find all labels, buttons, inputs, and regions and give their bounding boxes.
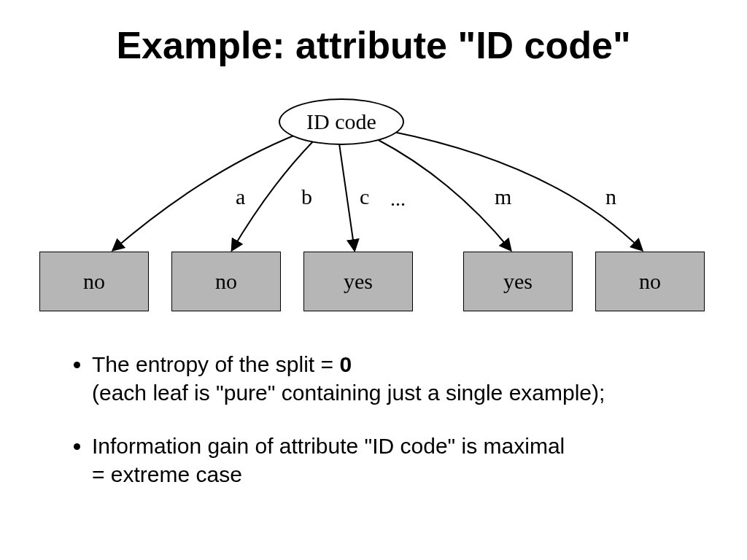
branch-label-c: c: [360, 184, 369, 209]
root-node: ID code: [279, 98, 404, 145]
leaf-label: no: [215, 269, 237, 294]
slide: Example: attribute "ID code" ID code a b…: [0, 0, 747, 560]
bullet-text: The entropy of the split =: [92, 352, 339, 376]
branch-ellipsis: ...: [390, 187, 406, 211]
bullet-list: The entropy of the split = 0 (each leaf …: [71, 350, 670, 513]
branch-label-n: n: [605, 184, 616, 209]
branch-label-m: m: [495, 184, 511, 209]
bullet-item: Information gain of attribute "ID code" …: [92, 432, 670, 489]
branch-label-b: b: [301, 184, 312, 209]
bullet-text: = extreme case: [92, 462, 242, 486]
leaf-label: yes: [503, 269, 533, 294]
bullet-bold: 0: [339, 352, 352, 376]
leaf-node: yes: [463, 252, 573, 311]
leaf-label: no: [639, 269, 661, 294]
root-label: ID code: [306, 109, 376, 134]
bullet-text: (each leaf is "pure" containing just a s…: [92, 381, 605, 405]
leaf-label: yes: [344, 269, 373, 294]
leaf-node: yes: [303, 252, 413, 311]
bullet-item: The entropy of the split = 0 (each leaf …: [92, 350, 670, 407]
leaf-node: no: [595, 252, 705, 311]
leaf-label: no: [83, 269, 105, 294]
leaf-node: no: [171, 252, 281, 311]
bullet-text: Information gain of attribute "ID code" …: [92, 434, 565, 458]
slide-title: Example: attribute "ID code": [0, 23, 747, 67]
tree-diagram: ID code a b c ... m n no no yes yes no: [0, 91, 747, 324]
leaf-node: no: [39, 252, 149, 311]
branch-label-a: a: [236, 184, 245, 209]
